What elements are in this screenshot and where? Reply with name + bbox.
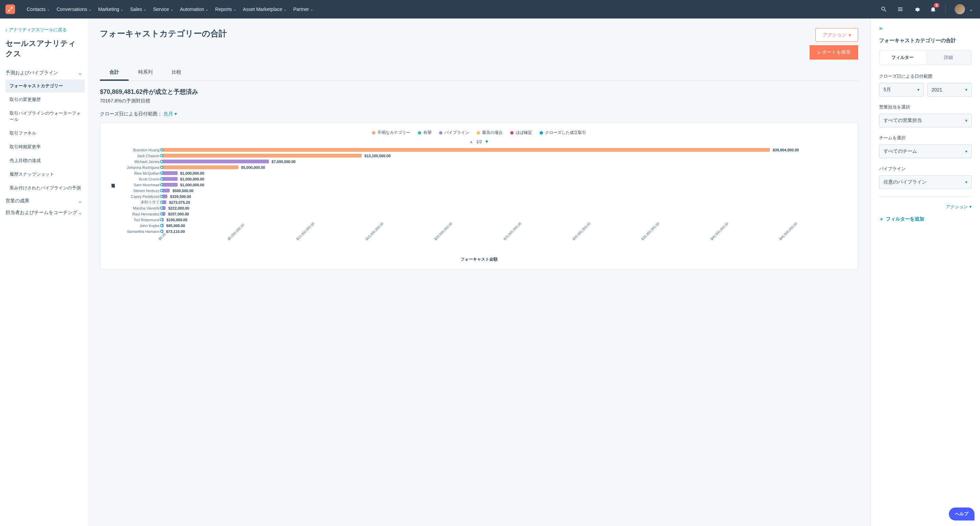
sidebar-item[interactable]: 履歴スナップショット <box>5 168 85 181</box>
sidebar-item[interactable]: 売上目標の達成 <box>5 154 85 167</box>
month-select[interactable]: 5月▾ <box>879 83 924 97</box>
pager-prev-icon[interactable]: ▲ <box>469 139 474 144</box>
nav-item[interactable]: Conversations⌄ <box>53 4 95 15</box>
bar-row[interactable]: Tori Rotermund $100,000.00 <box>118 217 848 223</box>
tab-timeseries[interactable]: 時系列 <box>129 65 162 80</box>
save-report-button[interactable]: レポートを保存 <box>810 45 858 60</box>
svg-rect-2 <box>8 8 12 11</box>
chart-legend: 不明なカテゴリー有望パイプライン最良の場合ほぼ確定クローズした成立取引 <box>111 130 848 135</box>
sidebar-item[interactable]: 取引の変更履歴 <box>5 93 85 106</box>
bar-row[interactable]: Ries McQuillan $1,000,000.00 <box>118 170 848 176</box>
tab-compare[interactable]: 比較 <box>162 65 191 80</box>
nav-item[interactable]: Sales⌄ <box>127 4 150 15</box>
actions-button[interactable]: アクション ▾ <box>815 28 858 42</box>
bar-value: $1,000,000.00 <box>180 177 204 181</box>
search-icon[interactable] <box>880 5 888 13</box>
help-button[interactable]: ヘルプ <box>949 507 975 521</box>
bar-dot-icon <box>160 218 163 221</box>
legend-item[interactable]: 不明なカテゴリー <box>372 130 410 135</box>
bar-row[interactable]: Jack Chascin $13,100,000.00 <box>118 153 848 159</box>
sidebar-title: セールスアナリティクス <box>5 38 88 59</box>
add-filter-button[interactable]: ＋ フィルターを追加 <box>879 216 972 222</box>
year-select[interactable]: 2021▾ <box>927 83 972 97</box>
pipeline-select[interactable]: 任意のパイプライン▾ <box>879 175 972 189</box>
bar-value: $500,500.00 <box>172 189 193 193</box>
bar-dot-icon <box>160 212 163 215</box>
right-actions-link[interactable]: アクション ▾ <box>879 204 972 210</box>
pager-text: 1/2 <box>476 139 482 144</box>
legend-swatch <box>439 131 442 135</box>
legend-swatch <box>477 131 480 135</box>
legend-item[interactable]: ほぼ確定 <box>510 130 532 135</box>
left-sidebar: ‹ アナリティクスツールに戻る セールスアナリティクス 予測およびパイプライン … <box>0 19 88 526</box>
bar-dot-icon <box>160 172 163 175</box>
legend-item[interactable]: パイプライン <box>439 130 469 135</box>
tab-details[interactable]: 詳細 <box>926 50 972 65</box>
bar-row[interactable]: John Kopke $85,000.00 <box>118 223 848 228</box>
chart-pager: ▲ 1/2 ▼ <box>111 139 848 144</box>
bar-dot-icon <box>160 189 163 192</box>
plus-icon: ＋ <box>879 216 884 222</box>
x-axis: $0.00$5,000,000.00$10,000,000.00$15,000,… <box>158 234 848 242</box>
top-navigation: Contacts⌄Conversations⌄Marketing⌄Sales⌄S… <box>0 0 980 19</box>
chevron-down-icon: ⌄ <box>78 70 82 76</box>
date-range-link[interactable]: 先月 ▾ <box>164 111 177 116</box>
bar-label: Samantha Hamann <box>118 230 162 234</box>
settings-icon[interactable] <box>913 5 921 13</box>
nav-item[interactable]: Automation⌄ <box>177 4 212 15</box>
bar-label: Steven Norbury <box>118 189 162 193</box>
back-link[interactable]: ‹ アナリティクスツールに戻る <box>5 27 88 33</box>
sidebar-item[interactable]: 取引パイプラインのウォーターフォール <box>5 107 85 126</box>
bar-row[interactable]: Brandon Huang $39,904,000.00 <box>118 147 848 153</box>
sidebar-item[interactable]: フォーキャストカテゴリー <box>5 80 85 92</box>
nav-item[interactable]: Marketing⌄ <box>95 4 127 15</box>
rep-select[interactable]: すべての営業担当▾ <box>879 114 972 128</box>
nav-item[interactable]: Contacts⌄ <box>23 4 53 15</box>
caret-down-icon: ⌄ <box>206 8 208 11</box>
expand-icon[interactable]: » <box>879 25 883 32</box>
section-forecast[interactable]: 予測およびパイプライン ⌄ <box>5 67 88 79</box>
nav-item[interactable]: Partner⌄ <box>290 4 317 15</box>
divider <box>879 196 972 197</box>
avatar[interactable] <box>955 4 965 14</box>
nav-item[interactable]: Asset Marketplace⌄ <box>240 4 290 15</box>
right-tabs: フィルター 詳細 <box>879 50 972 65</box>
tab-filter[interactable]: フィルター <box>880 50 926 65</box>
avatar-caret[interactable]: ⌄ <box>968 6 975 12</box>
nav-item[interactable]: Service⌄ <box>150 4 177 15</box>
right-sidebar: » フォーキャストカテゴリーの合計 フィルター 詳細 クローズ日による日付範囲 … <box>870 19 980 526</box>
bar-row[interactable]: Johanna Rodriguez $5,000,000.00 <box>118 164 848 170</box>
chart-card: 不明なカテゴリー有望パイプライン最良の場合ほぼ確定クローズした成立取引 ▲ 1/… <box>100 123 858 269</box>
bar-dot-icon <box>160 183 163 186</box>
legend-item[interactable]: 有望 <box>418 130 431 135</box>
section-coaching[interactable]: 担当者およびチームをコーチング ⌄ <box>5 207 88 218</box>
bar-row[interactable]: Samantha Hamann $73,115.00 <box>118 228 848 234</box>
legend-item[interactable]: クローズした成立取引 <box>539 130 586 135</box>
pager-next-icon[interactable]: ▼ <box>485 139 489 144</box>
bar-row[interactable]: Sam Moorhead $1,000,000.00 <box>118 182 848 188</box>
bar-fill <box>162 154 362 158</box>
bar-dot-icon <box>160 148 163 151</box>
tab-total[interactable]: 合計 <box>100 65 129 81</box>
bar-row[interactable]: Scott Cronin $1,000,000.00 <box>118 176 848 182</box>
sidebar-item[interactable]: 重み付けされたパイプラインの予測 <box>5 182 85 194</box>
sidebar-item[interactable]: 取引ファネル <box>5 127 85 140</box>
bar-row[interactable]: 未割り当て $273,075.20 <box>118 199 848 205</box>
legend-item[interactable]: 最良の場合 <box>477 130 503 135</box>
nav-item[interactable]: Reports⌄ <box>212 4 240 15</box>
notifications-icon[interactable]: 5 <box>929 5 937 13</box>
caret-down-icon: ⌄ <box>170 8 173 11</box>
marketplace-icon[interactable] <box>896 5 904 13</box>
bar-dot-icon <box>160 177 163 180</box>
bar-value: $7,000,000.00 <box>272 159 296 164</box>
section-sales-results[interactable]: 営業の成果 ⌄ <box>5 195 88 207</box>
metric-value: $70,869,481.62件が成立と予想済み <box>100 88 858 96</box>
filter-team-label: チームを選択 <box>879 135 972 141</box>
legend-swatch <box>372 131 375 135</box>
bar-row[interactable]: Michael James $7,000,000.00 <box>118 159 848 164</box>
bar-value: $1,000,000.00 <box>180 183 204 187</box>
hubspot-logo[interactable] <box>5 5 15 14</box>
bar-value: $39,904,000.00 <box>773 148 799 152</box>
sidebar-item[interactable]: 取引時期変更率 <box>5 140 85 153</box>
team-select[interactable]: すべてのチーム▾ <box>879 145 972 158</box>
